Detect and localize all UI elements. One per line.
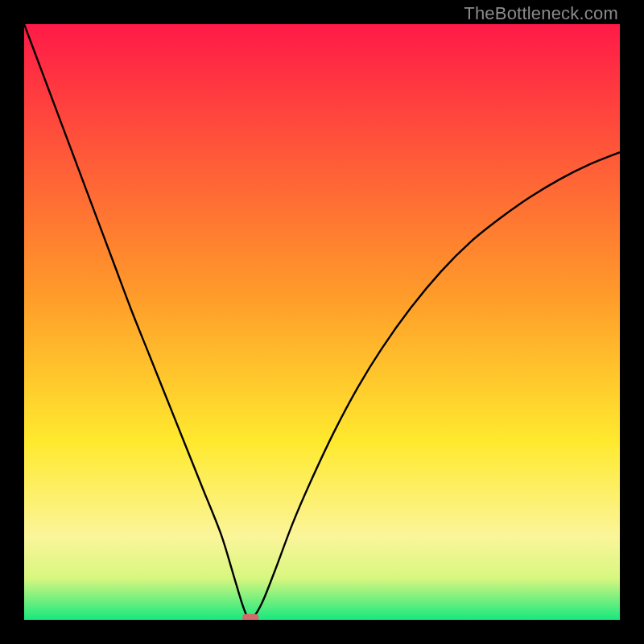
bottleneck-chart: [24, 24, 620, 620]
chart-frame: [24, 24, 620, 620]
watermark-text: TheBottleneck.com: [464, 3, 618, 24]
gradient-background: [24, 24, 620, 620]
minimum-marker: [242, 614, 258, 620]
